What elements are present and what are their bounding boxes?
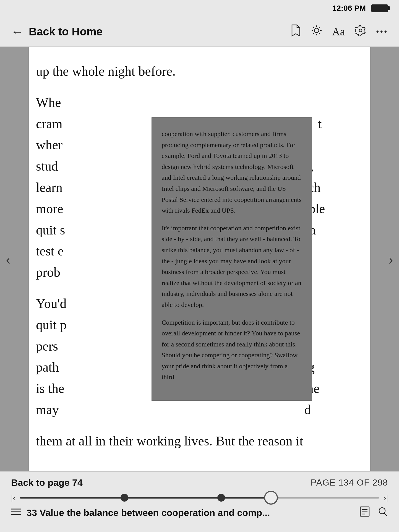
svg-line-7	[313, 33, 314, 34]
chapter-row: 33 Value the balance between cooperation…	[11, 506, 388, 519]
more-options-icon[interactable]: ···	[376, 24, 388, 39]
svg-line-5	[313, 27, 314, 28]
back-arrow-icon[interactable]: ←	[11, 25, 23, 39]
chapter-icons-right	[360, 506, 388, 519]
page-info-label: PAGE 134 OF 298	[311, 478, 388, 488]
popup-paragraph-3: Competition is important, but does it co…	[162, 317, 302, 383]
bookmark-icon[interactable]	[291, 24, 301, 39]
chapter-title-label: 33 Value the balance between cooperation…	[27, 507, 354, 518]
svg-point-0	[314, 28, 319, 33]
popup-paragraph-2: It's important that cooperation and comp…	[162, 223, 302, 311]
bottom-top-row: Back to page 74 PAGE 134 OF 298	[11, 477, 388, 488]
svg-line-8	[319, 27, 320, 28]
svg-line-18	[384, 513, 387, 516]
popup-paragraph-1: cooperation with supplier, customers and…	[162, 129, 302, 216]
settings-icon[interactable]	[355, 25, 366, 38]
chapter-list-icon[interactable]	[11, 508, 21, 518]
back-to-page-label[interactable]: Back to page 74	[11, 477, 83, 488]
nav-bar: ← Back to Home Aa	[0, 17, 399, 47]
progress-end-icon[interactable]: ›|	[384, 493, 388, 502]
battery-icon	[371, 4, 388, 12]
text-line-top: up the whole night before.	[36, 61, 363, 82]
reading-area: ‹ › up the whole night before. Whe cram	[0, 47, 399, 471]
nav-left: ← Back to Home	[11, 25, 103, 39]
progress-thumb-2[interactable]	[217, 494, 225, 502]
status-time: 12:06 PM	[332, 4, 366, 13]
font-size-icon[interactable]: Aa	[332, 25, 345, 38]
progress-row: |‹ ›|	[11, 493, 388, 502]
next-page-arrow[interactable]: ›	[388, 250, 393, 268]
bottom-bar: Back to page 74 PAGE 134 OF 298 |‹ ›| 33…	[0, 471, 399, 532]
progress-thumb-main[interactable]	[264, 491, 278, 505]
side-panel-left	[0, 47, 29, 471]
brightness-icon[interactable]	[311, 25, 322, 38]
popup-panel: cooperation with supplier, customers and…	[152, 117, 312, 401]
prev-page-arrow[interactable]: ‹	[6, 250, 11, 268]
notes-icon[interactable]	[360, 506, 370, 519]
svg-line-6	[319, 33, 320, 34]
nav-right: Aa ···	[291, 24, 388, 39]
search-icon[interactable]	[378, 506, 388, 519]
svg-point-17	[379, 508, 385, 514]
progress-track[interactable]	[20, 497, 379, 499]
text-line-bottom1: them at all in their working lives. But …	[36, 431, 363, 452]
progress-start-icon[interactable]: |‹	[11, 493, 15, 502]
progress-thumb-1[interactable]	[121, 494, 128, 502]
svg-point-9	[359, 29, 362, 32]
side-panel-right	[370, 47, 399, 471]
status-bar: 12:06 PM	[0, 0, 399, 17]
back-to-home-label[interactable]: Back to Home	[29, 25, 103, 38]
